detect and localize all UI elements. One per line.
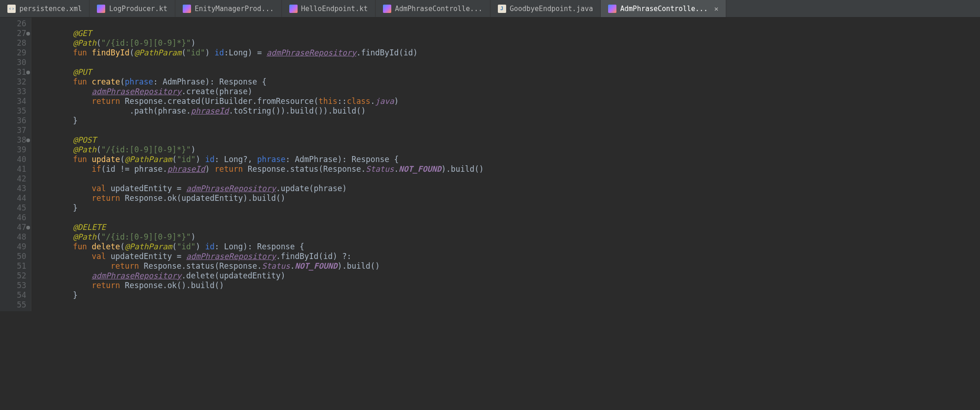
code-line[interactable]: return Response.ok().build() bbox=[35, 281, 484, 290]
line-number: 38 bbox=[0, 135, 26, 145]
code-line[interactable]: val updatedEntity = admPhraseRepository.… bbox=[35, 252, 484, 261]
code-line[interactable]: if(id != phrase.phraseId) return Respons… bbox=[35, 164, 484, 174]
code-line[interactable]: fun findById(@PathParam("id") id:Long) =… bbox=[35, 48, 484, 58]
editor-tab[interactable]: ‹›persistence.xml bbox=[0, 0, 90, 17]
token-op: :: bbox=[337, 96, 347, 106]
token-op: ) bbox=[342, 184, 347, 193]
tab-label: AdmPhraseControlle... bbox=[620, 5, 708, 13]
token-op: : bbox=[224, 48, 229, 57]
token-enum: NOT_FOUND bbox=[399, 164, 441, 174]
token-op: ( bbox=[120, 77, 125, 86]
token-cls: Response bbox=[125, 193, 162, 203]
token-op: . bbox=[162, 281, 167, 290]
token-op: ) = bbox=[248, 48, 267, 57]
token-kw: class bbox=[347, 96, 370, 106]
code-line[interactable]: } bbox=[35, 116, 484, 126]
token-ann: @PUT bbox=[73, 67, 92, 77]
token-op: ( bbox=[215, 87, 219, 96]
token-op: ) bbox=[191, 38, 196, 48]
token-op: ( bbox=[318, 164, 323, 174]
token-op: ( bbox=[96, 145, 101, 154]
code-line[interactable]: return Response.created(UriBuilder.fromR… bbox=[35, 96, 484, 106]
line-number: 39 bbox=[0, 145, 26, 155]
token-id: ok bbox=[167, 281, 177, 290]
editor-tab[interactable]: AdmPhraseControlle... bbox=[376, 0, 490, 17]
editor-tab[interactable]: LogProducer.kt bbox=[90, 0, 175, 17]
token-ann: @Path bbox=[73, 232, 96, 241]
code-line[interactable]: fun create(phrase: AdmPhrase): Response … bbox=[35, 77, 484, 87]
token-op: : bbox=[286, 155, 295, 164]
close-icon[interactable]: ✕ bbox=[714, 5, 718, 13]
code-line[interactable]: return Response.status(Response.Status.N… bbox=[35, 261, 484, 271]
token-str: "id" bbox=[177, 155, 196, 164]
code-line[interactable]: fun update(@PathParam("id") id: Long?, p… bbox=[35, 155, 484, 164]
token-cls: Response bbox=[219, 77, 257, 86]
code-line[interactable]: return Response.ok(updatedEntity).build(… bbox=[35, 193, 484, 203]
code-line[interactable] bbox=[35, 300, 484, 310]
token-op: ) bbox=[248, 87, 252, 96]
token-lvar: updatedEntity bbox=[111, 184, 172, 193]
line-number: 26 bbox=[0, 19, 26, 29]
line-number: 55 bbox=[0, 300, 26, 310]
token-op: != bbox=[115, 164, 134, 174]
code-line[interactable]: fun delete(@PathParam("id") id: Long): R… bbox=[35, 242, 484, 252]
token-lnkp: phraseId bbox=[191, 106, 229, 115]
token-op: , bbox=[248, 155, 257, 164]
token-ann: @Path bbox=[73, 38, 96, 48]
code-line[interactable] bbox=[35, 213, 484, 223]
token-lnkp: admPhraseRepository bbox=[92, 271, 181, 280]
token-cls: Response bbox=[125, 96, 162, 106]
token-op: ( bbox=[172, 242, 177, 251]
code-line[interactable]: @POST bbox=[35, 135, 484, 145]
code-area[interactable]: @GET @Path("/{id:[0-9][0-9]*}") fun find… bbox=[31, 18, 484, 311]
token-lnkp: admPhraseRepository bbox=[186, 184, 276, 193]
code-line[interactable]: @Path("/{id:[0-9][0-9]*}") bbox=[35, 145, 484, 155]
token-op: . bbox=[276, 252, 281, 261]
token-op: ( bbox=[172, 155, 177, 164]
code-line[interactable]: @Path("/{id:[0-9][0-9]*}") bbox=[35, 232, 484, 242]
token-op: () bbox=[370, 261, 380, 271]
token-op: ( bbox=[120, 155, 125, 164]
code-line[interactable]: .path(phrase.phraseId.toString()).build(… bbox=[35, 106, 484, 116]
kotlin-file-icon bbox=[183, 5, 191, 13]
token-op: . bbox=[229, 106, 233, 115]
code-line[interactable]: } bbox=[35, 203, 484, 213]
code-line[interactable]: @DELETE bbox=[35, 223, 484, 232]
code-line[interactable]: admPhraseRepository.delete(updatedEntity… bbox=[35, 271, 484, 281]
token-enum: NOT_FOUND bbox=[295, 261, 337, 271]
token-id: findById bbox=[281, 252, 318, 261]
line-number: 27 bbox=[0, 29, 26, 38]
code-line[interactable]: } bbox=[35, 290, 484, 300]
code-line[interactable]: @GET bbox=[35, 29, 484, 38]
code-line[interactable] bbox=[35, 19, 484, 29]
token-op: ( bbox=[215, 271, 219, 280]
token-op: ( bbox=[309, 184, 314, 193]
token-op: ( bbox=[399, 48, 403, 57]
editor-tab[interactable]: AdmPhraseControlle...✕ bbox=[601, 0, 726, 17]
code-line[interactable] bbox=[35, 58, 484, 67]
tab-label: AdmPhraseControlle... bbox=[395, 5, 483, 13]
code-line[interactable]: @Path("/{id:[0-9][0-9]*}") bbox=[35, 38, 484, 48]
token-ann: @DELETE bbox=[73, 223, 106, 232]
line-number: 31 bbox=[0, 67, 26, 77]
code-editor[interactable]: 2627282930313233343536373839404142434445… bbox=[0, 18, 980, 311]
token-lvar: updatedEntity bbox=[111, 252, 172, 261]
token-cls: AdmPhrase bbox=[162, 77, 205, 86]
token-op: ) bbox=[205, 164, 215, 174]
token-op: { bbox=[257, 77, 266, 86]
kotlin-file-icon bbox=[289, 5, 298, 13]
token-op: ) bbox=[191, 232, 196, 241]
token-fn: update bbox=[92, 155, 120, 164]
token-id: update bbox=[281, 184, 309, 193]
code-line[interactable]: admPhraseRepository.create(phrase) bbox=[35, 87, 484, 96]
code-line[interactable]: val updatedEntity = admPhraseRepository.… bbox=[35, 184, 484, 193]
line-number: 41 bbox=[0, 164, 26, 174]
editor-tab[interactable]: EnityManagerProd... bbox=[175, 0, 282, 17]
token-op: ) bbox=[394, 96, 399, 106]
token-id: create bbox=[186, 87, 215, 96]
editor-tab[interactable]: JGoodbyeEndpoint.java bbox=[490, 0, 601, 17]
code-line[interactable] bbox=[35, 174, 484, 184]
editor-tab[interactable]: HelloEndpoint.kt bbox=[282, 0, 376, 17]
code-line[interactable] bbox=[35, 126, 484, 135]
code-line[interactable]: @PUT bbox=[35, 67, 484, 77]
